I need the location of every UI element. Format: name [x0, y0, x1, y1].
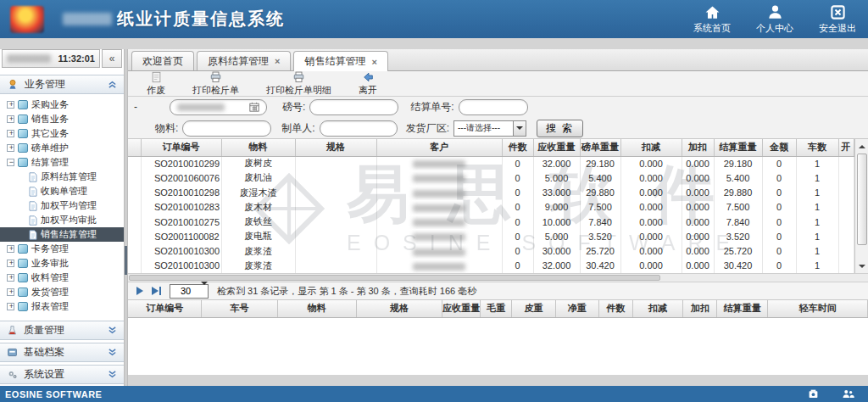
tab-welcome[interactable]: 欢迎首页: [131, 51, 194, 70]
tree-expand-icon[interactable]: [7, 260, 14, 267]
column-header[interactable]: 结算重量: [717, 300, 768, 317]
tab-sales-settlement[interactable]: 销售结算管理 ×: [293, 51, 387, 71]
clock-text: 11:32:01: [58, 53, 95, 64]
tree-folder-item[interactable]: 报表管理: [0, 299, 124, 314]
column-header[interactable]: 订单编号: [128, 300, 202, 317]
tree-folder-item[interactable]: 业务审批: [0, 256, 124, 271]
nav-home-button[interactable]: 系统首页: [693, 4, 731, 35]
column-header[interactable]: 物料: [221, 139, 295, 156]
column-header[interactable]: 磅单重量: [580, 139, 620, 156]
scrollbar-thumb[interactable]: [857, 154, 867, 245]
tree-expand-icon[interactable]: [7, 274, 14, 282]
column-header[interactable]: 结算重量: [714, 139, 762, 156]
tree-folder-item[interactable]: 磅单维护: [0, 141, 124, 155]
page-size-select[interactable]: 30: [170, 284, 209, 299]
sidebar-group-quality[interactable]: 质量管理: [0, 321, 124, 340]
tab-close-icon[interactable]: ×: [371, 57, 376, 67]
tree-leaf-item[interactable]: 收购单管理: [0, 184, 124, 198]
select-arrow[interactable]: [513, 121, 526, 136]
table-row[interactable]: SO2010010299 废树皮 0 32.000 29.180 0.000 0…: [128, 156, 854, 170]
pound-no-input[interactable]: [309, 99, 398, 115]
print-weigh-slip-button[interactable]: 打印检斤单: [182, 71, 249, 97]
column-header[interactable]: 订单编号: [141, 139, 221, 156]
tree-folder-item[interactable]: 收料管理: [0, 271, 124, 285]
tree-expand-icon[interactable]: [7, 245, 14, 253]
tree-expand-icon[interactable]: [7, 288, 14, 296]
scrollbar-thumb[interactable]: [129, 275, 660, 281]
maker-input[interactable]: [320, 120, 398, 137]
table-row[interactable]: SO2010010298 废湿木渣 0 33.000 29.880 0.000 …: [128, 186, 854, 200]
column-header[interactable]: 件数: [502, 139, 533, 156]
column-header[interactable]: 应收重量: [533, 139, 580, 156]
scroll-up-button[interactable]: [855, 140, 868, 153]
table-row[interactable]: SO2010010300 废浆渣 0 32.000 30.420 0.000 0…: [128, 259, 854, 273]
next-page-icon[interactable]: [136, 287, 143, 295]
tree-leaf-item[interactable]: 原料结算管理: [0, 170, 124, 184]
tree-folder-item[interactable]: 卡务管理: [0, 242, 124, 256]
calendar-icon[interactable]: [249, 102, 259, 112]
sidebar-collapse-button[interactable]: «: [102, 49, 122, 68]
tree-expand-icon[interactable]: [7, 144, 14, 152]
vertical-scrollbar[interactable]: [854, 139, 868, 273]
table-row[interactable]: SO2010010275 废铁丝 0 10.000 7.840 0.000 0.…: [128, 215, 854, 229]
camera-icon[interactable]: [807, 388, 820, 399]
column-header[interactable]: 件数: [598, 300, 632, 317]
select-arrow[interactable]: [201, 285, 208, 298]
column-header[interactable]: 加扣: [683, 300, 717, 317]
sidebar-group-settings[interactable]: 系统设置: [0, 365, 124, 384]
column-header[interactable]: 车数: [796, 139, 838, 156]
tree-expand-icon[interactable]: [7, 115, 14, 123]
table-row[interactable]: SO2010010300 废浆渣 0 30.000 25.720 0.000 0…: [128, 244, 854, 259]
column-header[interactable]: 加扣: [682, 139, 714, 156]
material-input[interactable]: [182, 120, 271, 137]
splitter-handle[interactable]: [125, 246, 127, 275]
settle-no-input[interactable]: [459, 99, 528, 115]
folder-icon: [18, 143, 28, 153]
tree-expand-icon[interactable]: [7, 130, 14, 137]
tree-folder-item[interactable]: 销售业务: [0, 112, 124, 126]
column-header[interactable]: 规格: [295, 139, 376, 156]
column-header[interactable]: 客户: [376, 139, 502, 156]
users-icon[interactable]: [842, 388, 854, 399]
column-header[interactable]: 车号: [202, 300, 278, 317]
horizontal-scrollbar[interactable]: [128, 273, 868, 282]
column-header[interactable]: 规格: [356, 300, 442, 317]
tree-collapse-icon[interactable]: [7, 159, 14, 166]
search-button[interactable]: 搜 索: [537, 120, 583, 137]
print-weigh-detail-button[interactable]: 打印检斤单明细: [256, 71, 342, 97]
tree-leaf-item[interactable]: 销售结算管理: [0, 227, 124, 242]
column-header[interactable]: 金额: [762, 139, 796, 156]
column-header[interactable]: 扣减: [620, 139, 682, 156]
leave-button[interactable]: 离开: [348, 71, 387, 97]
tree-leaf-item[interactable]: 加权平均审批: [0, 213, 124, 227]
tab-close-icon[interactable]: ×: [275, 56, 280, 66]
scroll-down-button[interactable]: [855, 260, 868, 272]
sidebar-group-business[interactable]: 业务管理: [0, 75, 124, 94]
column-header[interactable]: 轻车时间: [768, 300, 868, 317]
tree-leaf-item[interactable]: 加权平均管理: [0, 198, 124, 213]
column-header[interactable]: 毛重: [481, 300, 512, 317]
date-input[interactable]: [170, 99, 267, 115]
table-row[interactable]: SO2001100082 废电瓶 0 5.000 3.520 0.000 0.0…: [128, 229, 854, 243]
column-header[interactable]: 开: [838, 139, 854, 156]
column-header[interactable]: 应收重量: [442, 300, 481, 317]
tab-raw-material-settlement[interactable]: 原料结算管理 ×: [197, 51, 291, 70]
table-row[interactable]: SO2010010283 废木材 0 9.000 7.500 0.000 0.0…: [128, 200, 854, 215]
void-button[interactable]: 作废: [136, 71, 175, 97]
nav-profile-button[interactable]: 个人中心: [756, 4, 793, 35]
last-page-icon[interactable]: [152, 287, 161, 295]
tree-folder-item[interactable]: 发货管理: [0, 285, 124, 299]
column-header[interactable]: 扣减: [632, 300, 683, 317]
column-header[interactable]: 物料: [277, 300, 356, 317]
tree-folder-settlement[interactable]: 结算管理: [0, 155, 124, 170]
column-header[interactable]: 净重: [555, 300, 598, 317]
tree-folder-item[interactable]: 采购业务: [0, 98, 124, 112]
table-row[interactable]: SO2001060076 废机油 0 5.000 5.400 0.000 0.0…: [128, 170, 854, 185]
tree-expand-icon[interactable]: [7, 303, 14, 310]
sidebar-group-archives[interactable]: 基础档案: [0, 343, 124, 362]
ship-area-select[interactable]: ---请选择---: [453, 120, 526, 137]
nav-logout-button[interactable]: 安全退出: [819, 4, 856, 35]
tree-folder-item[interactable]: 其它业务: [0, 126, 124, 141]
tree-expand-icon[interactable]: [7, 101, 14, 109]
column-header[interactable]: 皮重: [512, 300, 556, 317]
